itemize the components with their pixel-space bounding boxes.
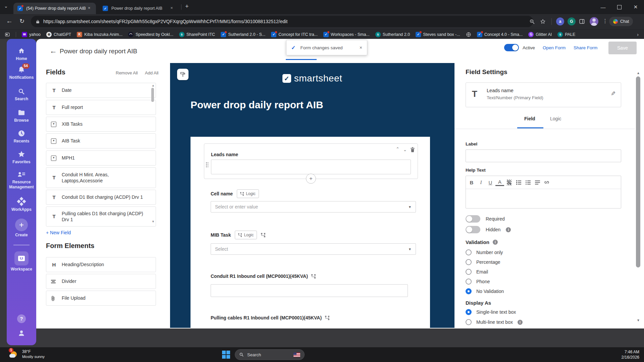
sidebar-item-recents[interactable]: Recents: [7, 129, 36, 144]
sidebar-item-notifications[interactable]: 54 Notifications: [7, 66, 36, 80]
mib-task-select[interactable]: Select ▼: [211, 243, 416, 255]
field-item[interactable]: ▾XIB Tasks: [46, 117, 156, 132]
logic-chip[interactable]: Logic: [237, 189, 259, 198]
url-bar[interactable]: https://app.smartsheet.com/sheets/qFR2pG…: [31, 16, 533, 27]
field-item[interactable]: TDate: [46, 83, 156, 98]
move-up-icon[interactable]: ⌃: [396, 146, 399, 152]
conduit-r1-input[interactable]: [211, 284, 408, 297]
numbered-list-icon[interactable]: [514, 178, 523, 187]
align-icon[interactable]: [533, 178, 542, 187]
bookmark-item[interactable]: KKiba Inuzuka Anim...: [77, 32, 122, 37]
fields-scroll-up-icon[interactable]: ▲: [152, 84, 155, 87]
bookmark-item[interactable]: ✓Steves sand box -...: [416, 32, 460, 37]
bookmarks-overflow-icon[interactable]: ›: [637, 32, 639, 37]
drag-handle-icon[interactable]: [206, 162, 208, 167]
settings-tab-logic[interactable]: Logic: [550, 116, 561, 121]
add-all-button[interactable]: Add All: [145, 70, 158, 75]
leads-name-input[interactable]: [211, 160, 411, 174]
help-text-editor[interactable]: B I U A A: [466, 176, 621, 208]
bold-icon[interactable]: B: [467, 178, 476, 187]
tab-search-caret-icon[interactable]: ⌄: [4, 3, 8, 9]
field-item[interactable]: TPulling cables D1 Bot charging (ACDP) D…: [46, 206, 156, 227]
refresh-icon[interactable]: ↻: [19, 17, 24, 25]
settings-scrollbar-thumb[interactable]: [636, 76, 640, 267]
info-icon[interactable]: i: [518, 320, 523, 325]
sidebar-item-resource-management[interactable]: ResourceManagement: [7, 171, 36, 190]
toast-close-icon[interactable]: ×: [360, 45, 362, 50]
add-field-here-button[interactable]: +: [306, 174, 316, 184]
weather-widget-icon[interactable]: 1: [8, 349, 20, 361]
sidebar-item-create[interactable]: + Create: [7, 219, 36, 238]
bookmark-item[interactable]: GGlitter AI: [528, 32, 552, 37]
bookmark-item[interactable]: sPALE: [557, 32, 575, 37]
sidebar-item-workspace[interactable]: Workspace: [7, 251, 36, 272]
sidebar-item-favorites[interactable]: Favorites: [7, 150, 36, 165]
field-item[interactable]: ▾MPH1: [46, 150, 156, 166]
required-toggle[interactable]: [466, 215, 480, 223]
italic-icon[interactable]: I: [477, 178, 485, 187]
field-item[interactable]: ▾AIB Task: [46, 133, 156, 148]
bookmark-item[interactable]: ⊛ChatGPT: [46, 32, 71, 37]
trash-icon[interactable]: [410, 147, 415, 152]
bookmark-item[interactable]: [466, 32, 471, 37]
text-color-icon[interactable]: A: [495, 179, 504, 186]
extension-icon[interactable]: a: [556, 17, 564, 25]
weather-condition[interactable]: Mostly sunny: [22, 355, 45, 359]
window-maximize-button[interactable]: [611, 0, 627, 14]
field-item[interactable]: TConduit D1 Bot charging (ACDP) Drv 1: [46, 190, 156, 205]
fields-scrollbar-thumb[interactable]: [151, 88, 154, 102]
bookmark-item[interactable]: sSharePoint ITC: [179, 32, 215, 37]
taskbar-clock[interactable]: 7:46 AM 2/16/2026: [622, 349, 639, 360]
radio-number-only[interactable]: Number only: [466, 249, 503, 255]
radio-percentage[interactable]: Percentage: [466, 259, 500, 265]
share-form-link[interactable]: Share Form: [574, 45, 597, 50]
settings-scroll-up-icon[interactable]: ▲: [637, 71, 640, 75]
help-text-input[interactable]: [466, 189, 621, 206]
help-icon[interactable]: ?: [17, 314, 26, 323]
tab-close-icon[interactable]: ×: [88, 5, 91, 10]
hidden-toggle[interactable]: [466, 226, 480, 233]
open-form-link[interactable]: Open Form: [543, 45, 566, 50]
settings-scroll-down-icon[interactable]: ▼: [637, 318, 640, 322]
highlight-icon[interactable]: A: [505, 178, 514, 187]
bookmark-item[interactable]: ◠Speedtest by Ookl...: [128, 32, 173, 37]
weather-temp[interactable]: 38°F: [22, 349, 31, 354]
edit-pencil-icon[interactable]: ✎: [611, 90, 615, 97]
bookmark-item[interactable]: ✉yahoo: [22, 32, 41, 37]
extension-icon[interactable]: G: [568, 17, 576, 25]
radio-single-line[interactable]: Single-line text box: [466, 309, 516, 315]
cell-name-select[interactable]: Select or enter value ▼: [211, 201, 416, 213]
radio-phone[interactable]: Phone: [466, 279, 490, 285]
radio-email[interactable]: Email: [466, 269, 488, 275]
tab-active[interactable]: ✓ (54) Power drop daily report AIB - S ×: [13, 3, 96, 14]
save-button[interactable]: Save: [608, 42, 637, 54]
form-active-toggle[interactable]: [504, 44, 519, 51]
sidebar-item-home[interactable]: Home: [7, 47, 36, 61]
tab-inactive[interactable]: ✓ Power drop daily report AIB ×: [99, 3, 180, 14]
info-icon[interactable]: i: [506, 227, 511, 232]
tab-close-icon[interactable]: ×: [170, 5, 173, 10]
field-item[interactable]: TFull report: [46, 100, 156, 115]
bullet-list-icon[interactable]: [524, 178, 532, 187]
back-icon[interactable]: ←: [6, 17, 13, 25]
sidebar-item-workapps[interactable]: WorkApps: [7, 197, 36, 212]
settings-tab-field[interactable]: Field: [524, 116, 535, 121]
side-panel-icon[interactable]: [579, 18, 585, 24]
chat-extension-button[interactable]: Chat: [609, 17, 633, 26]
form-element-item[interactable]: File Upload: [46, 291, 156, 306]
window-close-button[interactable]: ✕: [627, 0, 644, 14]
underline-icon[interactable]: U: [486, 178, 495, 187]
sidebar-item-search[interactable]: Search: [7, 88, 36, 102]
zoom-icon[interactable]: [529, 19, 535, 24]
browser-menu-icon[interactable]: ⋮: [602, 18, 608, 24]
bookmark-item[interactable]: ✓Sutherland 2.0 - S...: [221, 32, 265, 37]
fields-scroll-down-icon[interactable]: ▼: [152, 220, 155, 223]
bookmark-item[interactable]: ✓Workspaces - Sma...: [323, 32, 370, 37]
bookmark-star-icon[interactable]: [540, 19, 546, 24]
bookmark-item[interactable]: ✓Concept 4.0 - Sma...: [477, 32, 523, 37]
radio-multi-line[interactable]: Multi-line text boxi: [466, 319, 523, 325]
back-arrow-icon[interactable]: ←: [50, 47, 57, 55]
bookmark-item[interactable]: ✓Concept for ITC tra...: [271, 32, 318, 37]
label-input[interactable]: [466, 149, 621, 162]
account-icon[interactable]: [17, 329, 25, 337]
